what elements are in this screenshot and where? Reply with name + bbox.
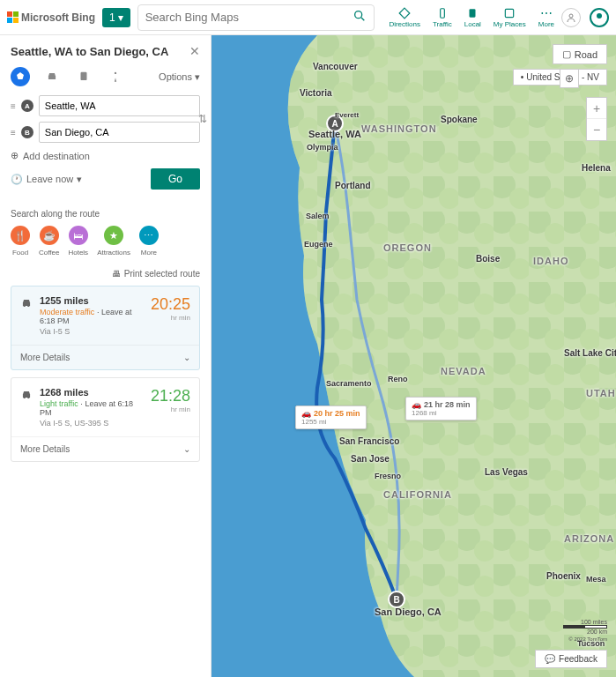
nav-myplaces[interactable]: My Places: [494, 7, 526, 28]
leave-now-dropdown[interactable]: 🕐 Leave now ▾: [11, 174, 82, 185]
search-input[interactable]: [145, 11, 353, 24]
account-icon[interactable]: [561, 8, 581, 27]
logo[interactable]: Microsoft Bing: [7, 11, 95, 24]
state-label: WASHINGTON: [361, 123, 437, 134]
svg-rect-2: [441, 8, 445, 18]
pin-a-label: Seattle, WA: [308, 129, 361, 139]
city-label: Salem: [306, 212, 330, 220]
route-via: Via I-5 S: [40, 327, 144, 336]
car-icon: [20, 297, 33, 312]
go-button[interactable]: Go: [151, 168, 200, 190]
cat-attractions[interactable]: ★Attractions: [97, 226, 130, 257]
cat-coffee[interactable]: ☕Coffee: [39, 226, 59, 257]
zoom-in[interactable]: +: [587, 98, 606, 119]
tab-button[interactable]: 1 ▾: [102, 8, 130, 27]
food-icon: 🍴: [11, 226, 30, 245]
zoom-out[interactable]: −: [587, 119, 606, 140]
city-label: San Francisco: [339, 436, 399, 446]
waypoint-b-input[interactable]: [39, 122, 200, 143]
more-icon: ⋯: [540, 7, 553, 19]
route-time-unit: hr min: [151, 314, 190, 322]
svg-line-1: [361, 18, 364, 20]
svg-point-5: [569, 14, 573, 18]
route-1[interactable]: 1255 miles Moderate traffic · Leave at 6…: [11, 286, 200, 370]
pin-b-icon: B: [21, 126, 33, 138]
more-details-2[interactable]: More Details ⌄: [11, 436, 199, 461]
mode-transit[interactable]: [74, 67, 93, 86]
car-icon: [20, 389, 33, 404]
add-destination[interactable]: ⊕ Add destination: [11, 150, 200, 161]
chat-icon: 💬: [545, 654, 555, 664]
route-via: Via I-5 S, US-395 S: [40, 419, 144, 428]
traffic-level: Light traffic: [40, 399, 78, 408]
more-details-1[interactable]: More Details ⌄: [11, 345, 199, 369]
travel-modes: Options ▾: [11, 67, 200, 86]
svg-point-0: [355, 11, 362, 19]
svg-point-11: [27, 397, 29, 398]
city-label: Sacramento: [326, 379, 372, 388]
top-bar: Microsoft Bing 1 ▾ Directions Traffic Lo…: [0, 0, 616, 35]
locate-button[interactable]: ⊕: [560, 69, 579, 88]
map-layer-button[interactable]: ▢ Road: [553, 44, 607, 64]
map-canvas[interactable]: A Seattle, WA B San Diego, CA Vancouver …: [212, 35, 616, 677]
state-label: NEVADA: [441, 366, 486, 376]
state-label: OREGON: [383, 242, 432, 253]
city-label: Victoria: [300, 88, 332, 98]
nav-directions[interactable]: Directions: [389, 7, 420, 28]
map-pin-b[interactable]: B: [388, 591, 405, 608]
city-label: Olympia: [307, 143, 338, 152]
city-label: Mesa: [586, 575, 606, 584]
city-label: Eugene: [304, 240, 333, 249]
nav-more[interactable]: ⋯More: [538, 7, 554, 28]
waypoint-a-input[interactable]: [39, 95, 200, 116]
pin-a-icon: A: [21, 100, 33, 112]
route-time-unit: hr min: [151, 405, 190, 413]
route-tooltip-2[interactable]: 🚗 21 hr 28 min 1268 mi: [405, 397, 477, 420]
cat-more[interactable]: ⋯More: [139, 226, 159, 257]
city-label: Vancouver: [313, 62, 358, 71]
cat-food[interactable]: 🍴Food: [11, 226, 30, 257]
panel-title: Seattle, WA to San Diego, CA: [11, 45, 168, 58]
traffic-level: Moderate traffic: [40, 308, 94, 316]
mode-car[interactable]: [42, 67, 62, 86]
close-icon[interactable]: ✕: [189, 44, 200, 58]
hotel-icon: 🛏: [69, 226, 88, 245]
city-label: Reno: [388, 375, 408, 383]
print-route[interactable]: 🖶 Print selected route: [11, 269, 200, 279]
waypoint-a: ≡ A: [11, 95, 200, 116]
chevron-down-icon: ▾: [118, 11, 123, 24]
mode-walking[interactable]: [106, 67, 125, 86]
print-icon: 🖶: [112, 269, 121, 279]
city-label: Portland: [335, 181, 371, 190]
svg-point-10: [24, 397, 26, 398]
nav-local[interactable]: Local: [464, 7, 481, 28]
svg-rect-4: [506, 9, 514, 17]
city-label: Phoenix: [546, 571, 581, 581]
route-distance: 1268 miles: [40, 387, 144, 398]
search-icon[interactable]: [353, 9, 367, 26]
options-link[interactable]: Options ▾: [159, 71, 200, 83]
state-label: CALIFORNIA: [383, 489, 452, 500]
cat-hotels[interactable]: 🛏Hotels: [68, 226, 88, 257]
city-label: San Jose: [351, 454, 390, 464]
route-2[interactable]: 1268 miles Light traffic · Leave at 6:18…: [11, 377, 200, 462]
attractions-icon: ★: [104, 226, 123, 245]
search-bar[interactable]: [137, 4, 375, 31]
zoom-control: + −: [586, 97, 607, 141]
scale-bar: 100 miles 200 km © 2022 TomTom: [563, 619, 607, 642]
logo-text: Microsoft Bing: [21, 11, 95, 24]
route-time: 20:25: [151, 295, 190, 314]
chevron-down-icon: ▾: [195, 71, 200, 83]
rewards-icon[interactable]: [590, 8, 609, 27]
city-label: Everett: [335, 111, 359, 119]
search-along-label: Search along the route: [11, 209, 200, 219]
swap-icon[interactable]: ⇅: [198, 113, 207, 125]
car-icon: 🚗: [301, 409, 311, 418]
nav-traffic[interactable]: Traffic: [433, 7, 452, 28]
more-icon: ⋯: [139, 226, 159, 245]
mode-driving[interactable]: [11, 67, 30, 86]
state-label: ARIZONA: [564, 533, 614, 544]
feedback-button[interactable]: 💬 Feedback: [535, 650, 607, 668]
route-tooltip-1[interactable]: 🚗 20 hr 25 min 1255 mi: [295, 405, 367, 429]
svg-point-9: [27, 305, 29, 307]
